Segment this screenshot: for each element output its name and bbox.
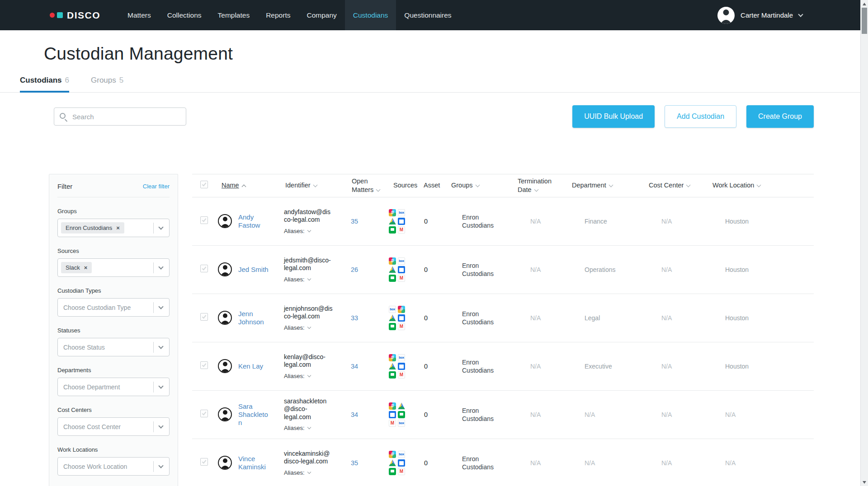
dropdown-separator xyxy=(153,262,154,273)
column-header-name[interactable]: Name xyxy=(216,178,280,192)
filter-statuses-section: Statuses Choose Status xyxy=(57,327,170,356)
sources-multiselect[interactable]: Slack × xyxy=(57,258,170,277)
column-header-cost-center[interactable]: Cost Center xyxy=(643,178,707,192)
toolbar: UUID Bulk Upload Add Custodian Create Gr… xyxy=(0,105,868,128)
scroll-down-button[interactable] xyxy=(861,478,868,486)
scroll-up-button[interactable] xyxy=(861,0,868,8)
aliases-toggle[interactable]: Aliases: xyxy=(284,425,343,431)
row-checkbox[interactable] xyxy=(200,458,208,466)
nav-item-custodians[interactable]: Custodians xyxy=(345,0,396,30)
custodian-name-link[interactable]: Ken Lay xyxy=(238,362,272,370)
custodian-name-link[interactable]: Jed Smith xyxy=(238,266,272,274)
top-navbar: DISCO Matters Collections Templates Repo… xyxy=(0,0,868,30)
work-location-select[interactable]: Choose Work Location xyxy=(57,457,170,476)
open-matters-link[interactable]: 33 xyxy=(351,314,358,322)
custodian-name-link[interactable]: Sara Shackleton xyxy=(238,402,272,427)
custodian-name-link[interactable]: Andy Fastow xyxy=(238,213,272,229)
chevron-down-icon[interactable] xyxy=(158,304,163,309)
page-scrollbar[interactable] xyxy=(860,0,868,486)
dropdown-separator xyxy=(153,421,154,432)
remove-chip-icon[interactable]: × xyxy=(116,225,120,231)
identifier-text: andyfastow@disco-legal.com xyxy=(284,208,333,224)
aliases-toggle[interactable]: Aliases: xyxy=(284,276,343,283)
cost-center-select[interactable]: Choose Cost Center xyxy=(57,417,170,436)
chevron-down-icon[interactable] xyxy=(158,344,163,349)
row-checkbox[interactable] xyxy=(200,265,208,272)
aliases-toggle[interactable]: Aliases: xyxy=(284,469,343,476)
scrollbar-thumb[interactable] xyxy=(862,8,867,34)
calendar-icon xyxy=(398,363,405,370)
row-checkbox[interactable] xyxy=(200,313,208,321)
custodians-table: Name Identifier Open Matters Sources Ass… xyxy=(192,174,814,486)
nav-item-collections[interactable]: Collections xyxy=(159,0,210,30)
work-location-value: N/A xyxy=(725,459,736,467)
row-checkbox[interactable] xyxy=(200,216,208,224)
groups-multiselect[interactable]: Enron Custodians × xyxy=(57,219,170,237)
chevron-down-icon[interactable] xyxy=(158,383,163,388)
box-icon: box xyxy=(398,257,405,265)
department-select[interactable]: Choose Department xyxy=(57,378,170,396)
clear-filter-link[interactable]: Clear filter xyxy=(143,183,170,190)
chevron-down-icon[interactable] xyxy=(158,224,163,229)
column-header-open-matters[interactable]: Open Matters xyxy=(346,174,388,197)
cost-center-value: N/A xyxy=(661,218,672,225)
nav-item-questionnaires[interactable]: Questionnaires xyxy=(396,0,459,30)
chevron-down-icon xyxy=(307,228,311,232)
aliases-toggle[interactable]: Aliases: xyxy=(284,373,343,379)
tab-groups[interactable]: Groups 5 xyxy=(91,76,123,92)
open-matters-link[interactable]: 35 xyxy=(351,459,358,467)
aliases-toggle[interactable]: Aliases: xyxy=(284,324,343,331)
filter-title: Filter xyxy=(57,182,72,190)
add-custodian-button[interactable]: Add Custodian xyxy=(665,105,736,128)
sources-chip-label: Slack xyxy=(66,264,80,271)
sources-icons: box#M xyxy=(389,306,405,330)
table-row: Sara Shackleton sarashackleton@disco-leg… xyxy=(192,391,814,439)
open-matters-link[interactable]: 34 xyxy=(351,411,358,418)
filter-cost-centers-label: Cost Centers xyxy=(57,407,170,413)
select-placeholder: Choose Work Location xyxy=(61,463,127,470)
select-all-checkbox[interactable] xyxy=(200,181,208,191)
create-group-button[interactable]: Create Group xyxy=(746,105,814,128)
termination-date-value: N/A xyxy=(530,266,541,273)
logo-red-dot-icon xyxy=(50,13,55,18)
nav-item-templates[interactable]: Templates xyxy=(210,0,258,30)
tab-custodians[interactable]: Custodians 6 xyxy=(20,76,69,92)
column-header-groups[interactable]: Groups xyxy=(446,178,512,192)
column-header-department[interactable]: Department xyxy=(566,178,643,192)
status-select[interactable]: Choose Status xyxy=(57,338,170,356)
nav-item-company[interactable]: Company xyxy=(298,0,344,30)
table-header: Name Identifier Open Matters Sources Ass… xyxy=(192,174,814,197)
search-input[interactable] xyxy=(54,107,186,126)
user-menu[interactable]: Carter Martindale xyxy=(717,0,802,30)
open-matters-link[interactable]: 26 xyxy=(351,266,358,273)
aliases-label: Aliases: xyxy=(284,228,305,234)
sources-icons: #boxM xyxy=(389,209,405,234)
nav-item-matters[interactable]: Matters xyxy=(119,0,159,30)
custodian-name-link[interactable]: Jenn Johnson xyxy=(238,310,272,326)
column-header-identifier[interactable]: Identifier xyxy=(280,178,346,192)
remove-chip-icon[interactable]: × xyxy=(84,265,88,271)
uuid-bulk-upload-button[interactable]: UUID Bulk Upload xyxy=(572,105,655,128)
column-header-termination-date[interactable]: Termination Date xyxy=(512,174,566,197)
chevron-down-icon[interactable] xyxy=(158,264,163,269)
chevron-down-icon[interactable] xyxy=(158,423,163,428)
disco-logo[interactable]: DISCO xyxy=(50,0,100,30)
header-label: Identifier xyxy=(285,182,311,189)
custodian-name-link[interactable]: Vince Kaminski xyxy=(238,455,272,471)
row-checkbox[interactable] xyxy=(200,410,208,417)
tab-count: 6 xyxy=(65,76,69,85)
open-matters-link[interactable]: 34 xyxy=(351,363,358,370)
chevron-down-icon[interactable] xyxy=(158,463,163,468)
nav-item-reports[interactable]: Reports xyxy=(258,0,298,30)
aliases-toggle[interactable]: Aliases: xyxy=(284,228,343,234)
column-header-work-location[interactable]: Work Location xyxy=(707,178,814,192)
header-label: Asset xyxy=(424,182,440,189)
sources-icons: #boxM xyxy=(389,451,405,475)
filter-work-locations-section: Work Locations Choose Work Location xyxy=(57,446,170,476)
gmail-icon: M xyxy=(398,468,405,475)
select-placeholder: Choose Custodian Type xyxy=(61,304,131,311)
cost-center-value: N/A xyxy=(661,266,672,273)
open-matters-link[interactable]: 35 xyxy=(351,218,358,225)
custodian-type-select[interactable]: Choose Custodian Type xyxy=(57,298,170,317)
row-checkbox[interactable] xyxy=(200,361,208,369)
